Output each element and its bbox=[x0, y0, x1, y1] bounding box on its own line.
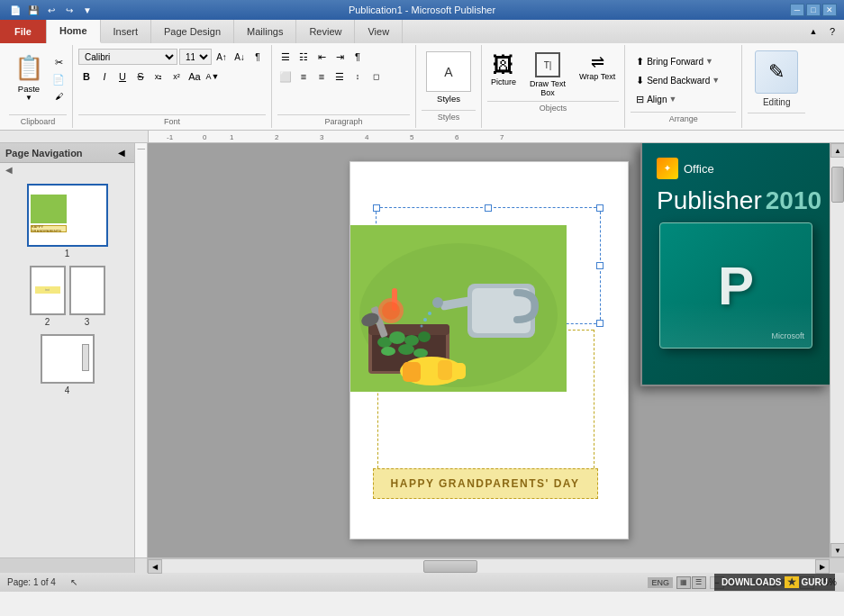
nav-panel-bottom bbox=[0, 558, 135, 573]
font-group: Calibri 11 A↑ A↓ ¶ B I U S x₂ x² Aa bbox=[73, 45, 272, 128]
decrease-font-button[interactable]: A↓ bbox=[231, 49, 248, 65]
italic-button[interactable]: I bbox=[96, 68, 113, 85]
app-icon: 📄 bbox=[7, 3, 23, 17]
font-size-select[interactable]: 11 bbox=[179, 49, 212, 65]
greeting-text-box[interactable]: HAPPY GRANDPARENTS' DAY bbox=[373, 468, 598, 499]
subscript-button[interactable]: x₂ bbox=[150, 68, 167, 85]
line-spacing-button[interactable]: ↕ bbox=[349, 68, 366, 85]
draw-text-box-button[interactable]: T| Draw Text Box bbox=[523, 50, 572, 99]
redo-button[interactable]: ↪ bbox=[61, 3, 77, 17]
keyboard-indicator: ENG bbox=[648, 577, 673, 588]
tab-mailings[interactable]: Mailings bbox=[234, 20, 296, 43]
title-bar-left: 📄 💾 ↩ ↪ ▼ bbox=[7, 3, 95, 17]
tab-pagedesign[interactable]: Page Design bbox=[151, 20, 234, 43]
nav-triangle: ◀ bbox=[0, 163, 134, 177]
cut-button[interactable]: ✂ bbox=[50, 54, 67, 70]
garden-svg bbox=[350, 225, 567, 392]
tab-view[interactable]: View bbox=[355, 20, 403, 43]
svg-point-20 bbox=[423, 318, 427, 322]
paste-button[interactable]: 📋 Paste ▼ bbox=[9, 47, 49, 108]
para-spacing-button[interactable]: ◻ bbox=[368, 68, 384, 85]
window-controls: ─ □ ✕ bbox=[790, 4, 837, 16]
page-thumb-row-23: text 2 3 bbox=[4, 266, 131, 327]
customize-button[interactable]: ▼ bbox=[79, 3, 95, 17]
indent-decrease-button[interactable]: ⇤ bbox=[313, 49, 330, 65]
clear-format-button[interactable]: ¶ bbox=[250, 49, 266, 65]
send-backward-icon: ⬇ bbox=[636, 75, 644, 86]
page-thumb-2[interactable]: text 2 bbox=[30, 266, 66, 327]
change-case-button[interactable]: Aa bbox=[186, 68, 203, 85]
scroll-down-button[interactable]: ▼ bbox=[830, 543, 844, 557]
editing-group: ✎ Editing bbox=[742, 45, 811, 128]
strikethrough-button[interactable]: S bbox=[132, 68, 149, 85]
styles-button[interactable]: A Styles bbox=[422, 47, 476, 108]
font-color-button[interactable]: A▼ bbox=[204, 68, 221, 85]
view-reading-button[interactable]: ☰ bbox=[692, 576, 706, 589]
scroll-left-button[interactable]: ◀ bbox=[148, 559, 162, 574]
align-left-button[interactable]: ⬜ bbox=[277, 68, 294, 85]
wrap-text-button[interactable]: ⇌ Wrap Text bbox=[576, 50, 619, 83]
styles-content: A Styles bbox=[422, 47, 476, 108]
ribbon-tab-bar: File Home Insert Page Design Mailings Re… bbox=[0, 20, 844, 43]
office-logo-row: ✦ Office bbox=[657, 158, 714, 179]
numbering-button[interactable]: ☷ bbox=[295, 49, 312, 65]
styles-group: A Styles Styles bbox=[416, 45, 482, 128]
scroll-track-h[interactable] bbox=[162, 559, 815, 573]
page-thumb-4[interactable]: 4 bbox=[4, 334, 131, 395]
close-button[interactable]: ✕ bbox=[822, 4, 837, 16]
scroll-thumb-v[interactable] bbox=[831, 167, 844, 203]
save-button[interactable]: 💾 bbox=[25, 3, 41, 17]
view-normal-button[interactable]: ▦ bbox=[676, 576, 691, 589]
nav-pages-list: HAPPY GRANDPARENTS 1 text 2 bbox=[0, 177, 134, 557]
scroll-up-button[interactable]: ▲ bbox=[830, 143, 844, 158]
garden-image bbox=[350, 225, 567, 392]
maximize-button[interactable]: □ bbox=[806, 4, 821, 16]
copy-button[interactable]: 📄 bbox=[50, 71, 67, 87]
superscript-button[interactable]: x² bbox=[168, 68, 185, 85]
bring-forward-button[interactable]: ⬆ Bring Forward ▼ bbox=[632, 52, 734, 70]
scroll-track-v[interactable] bbox=[830, 158, 844, 543]
watermark-star: ★ bbox=[785, 576, 799, 588]
justify-button[interactable]: ☰ bbox=[331, 68, 348, 85]
ribbon: File Home Insert Page Design Mailings Re… bbox=[0, 20, 844, 131]
underline-button[interactable]: U bbox=[114, 68, 131, 85]
bold-button[interactable]: B bbox=[78, 68, 95, 85]
align-center-button[interactable]: ≡ bbox=[295, 68, 312, 85]
increase-font-button[interactable]: A↑ bbox=[213, 49, 230, 65]
svg-rect-24 bbox=[422, 358, 437, 378]
sel-handle-mr bbox=[596, 262, 604, 269]
office-logo-icon: ✦ bbox=[657, 158, 678, 179]
editing-button[interactable]: ✎ bbox=[755, 50, 798, 94]
quick-access-toolbar: 📄 💾 ↩ ↪ ▼ bbox=[7, 3, 95, 17]
page-thumb-1[interactable]: HAPPY GRANDPARENTS 1 bbox=[4, 184, 131, 258]
styles-group-label: Styles bbox=[422, 110, 476, 122]
pilcrow-button[interactable]: ¶ bbox=[349, 49, 366, 65]
arrange-group-label: Arrange bbox=[631, 112, 736, 123]
font-family-select[interactable]: Calibri bbox=[78, 49, 177, 65]
scroll-right-button[interactable]: ▶ bbox=[815, 559, 830, 574]
svg-point-11 bbox=[413, 349, 428, 358]
scroll-thumb-h[interactable] bbox=[423, 560, 477, 573]
align-right-button[interactable]: ≡ bbox=[313, 68, 330, 85]
svg-point-18 bbox=[432, 297, 443, 308]
tab-insert[interactable]: Insert bbox=[101, 20, 152, 43]
send-backward-button[interactable]: ⬇ Send Backward ▼ bbox=[632, 71, 734, 89]
bullets-button[interactable]: ☰ bbox=[277, 49, 294, 65]
help-button[interactable]: ? bbox=[824, 23, 840, 40]
nav-collapse-button[interactable]: ◀ bbox=[114, 146, 129, 160]
tab-review[interactable]: Review bbox=[296, 20, 355, 43]
ribbon-minimize-button[interactable]: ▲ bbox=[805, 23, 821, 40]
editing-label: Editing bbox=[763, 97, 791, 107]
ruler-corner bbox=[0, 131, 149, 143]
canvas-scroll-area[interactable]: HAPPY GRANDPARENTS' DAY ✦ Office Publish… bbox=[148, 143, 830, 557]
tab-home[interactable]: Home bbox=[47, 20, 101, 43]
tab-file[interactable]: File bbox=[0, 20, 47, 43]
undo-button[interactable]: ↩ bbox=[43, 3, 59, 17]
indent-increase-button[interactable]: ⇥ bbox=[331, 49, 348, 65]
format-painter-button[interactable]: 🖌 bbox=[50, 88, 67, 104]
minimize-button[interactable]: ─ bbox=[790, 4, 804, 16]
align-button[interactable]: ⊟ Align ▼ bbox=[632, 90, 734, 108]
page-thumb-3[interactable]: 3 bbox=[69, 266, 105, 327]
picture-button[interactable]: 🖼 Picture bbox=[487, 50, 520, 88]
vertical-ruler: │ bbox=[135, 143, 148, 557]
